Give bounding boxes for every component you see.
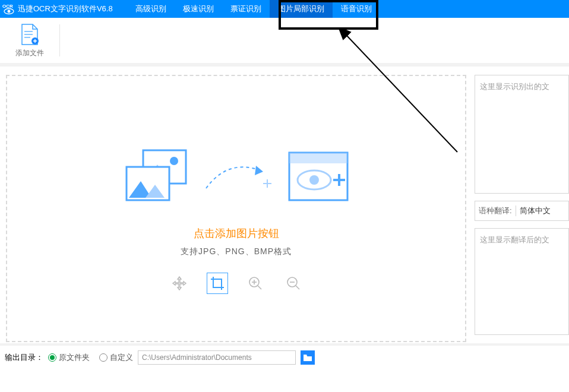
svg-text:OCR: OCR [2, 4, 13, 9]
svg-point-2 [8, 10, 11, 13]
language-selector[interactable]: 语种翻译: 简体中文 [475, 201, 569, 221]
menu-label: 极速识别 [183, 4, 214, 14]
file-plus-icon [20, 23, 40, 46]
svg-line-21 [258, 286, 261, 289]
language-value: 简体中文 [516, 206, 568, 216]
svg-rect-15 [289, 153, 347, 163]
radio-custom-folder[interactable]: 自定义 [99, 352, 133, 363]
translation-result-panel: 这里显示翻译后的文 [475, 228, 569, 335]
ocr-eye-icon: OCR [2, 2, 15, 15]
menu-label: 图片局部识别 [278, 4, 324, 14]
output-path-input[interactable] [138, 350, 296, 365]
translation-placeholder: 这里显示翻译后的文 [480, 235, 549, 244]
drop-title: 点击添加图片按钮 [194, 226, 279, 241]
crop-icon [210, 276, 225, 291]
move-icon [172, 276, 187, 291]
zoom-in-tool[interactable] [245, 273, 266, 294]
drop-subtitle: 支持JPG、PNG、BMP格式 [181, 246, 292, 257]
radio-checked-icon [48, 353, 56, 362]
language-label: 语种翻译: [475, 206, 516, 216]
footer: 输出目录： 原文件夹 自定义 [0, 343, 569, 369]
output-label: 输出目录： [5, 352, 43, 363]
output-radio-group: 原文件夹 自定义 [48, 352, 133, 363]
right-panels: 这里显示识别出的文 语种翻译: 简体中文 这里显示翻译后的文 [475, 75, 569, 337]
browse-folder-button[interactable] [301, 350, 315, 365]
svg-point-10 [170, 157, 178, 165]
svg-line-25 [296, 286, 299, 289]
menu-label: 票证识别 [230, 4, 261, 14]
zoom-out-tool[interactable] [283, 273, 304, 294]
menu-label: 语音识别 [341, 4, 372, 14]
menu-label: 高级识别 [135, 4, 166, 14]
menu-item-voice[interactable]: 语音识别 [333, 0, 380, 18]
canvas-area[interactable]: 点击添加图片按钮 支持JPG、PNG、BMP格式 [6, 75, 466, 342]
menu-item-advanced[interactable]: 高级识别 [127, 0, 175, 18]
folder-icon [303, 353, 312, 362]
crop-tool[interactable] [207, 273, 228, 294]
radio-unchecked-icon [99, 353, 108, 362]
radio-label: 原文件夹 [59, 352, 90, 363]
dashed-arrow-icon [204, 153, 275, 200]
svg-point-17 [309, 175, 319, 185]
menu-item-ticket[interactable]: 票证识别 [222, 0, 270, 18]
add-file-button[interactable]: 添加文件 [11, 20, 49, 62]
radio-original-folder[interactable]: 原文件夹 [48, 352, 90, 363]
menu-item-partial[interactable]: 图片局部识别 [270, 0, 333, 18]
recognition-placeholder: 这里显示识别出的文 [480, 82, 549, 91]
menu-items: 高级识别 极速识别 票证识别 图片局部识别 语音识别 [127, 0, 380, 18]
radio-label: 自定义 [110, 352, 133, 363]
add-file-label: 添加文件 [15, 48, 44, 58]
main-area: 点击添加图片按钮 支持JPG、PNG、BMP格式 [0, 67, 569, 343]
preview-eye-icon [286, 149, 351, 204]
zoom-in-icon [248, 276, 263, 291]
logo-area: OCR 迅捷OCR文字识别软件V6.8 [2, 2, 113, 15]
toolbar-divider [59, 24, 60, 56]
recognition-result-panel: 这里显示识别出的文 [475, 75, 569, 194]
move-tool[interactable] [169, 273, 190, 294]
toolbar: 添加文件 [0, 18, 569, 67]
menu-bar: OCR 迅捷OCR文字识别软件V6.8 高级识别 极速识别 票证识别 图片局部识… [0, 0, 569, 18]
menu-item-fast[interactable]: 极速识别 [175, 0, 222, 18]
zoom-out-icon [286, 276, 301, 291]
app-title: 迅捷OCR文字识别软件V6.8 [18, 4, 113, 14]
canvas-tools [169, 273, 304, 294]
drop-illustration [122, 147, 351, 206]
images-icon [122, 147, 193, 206]
